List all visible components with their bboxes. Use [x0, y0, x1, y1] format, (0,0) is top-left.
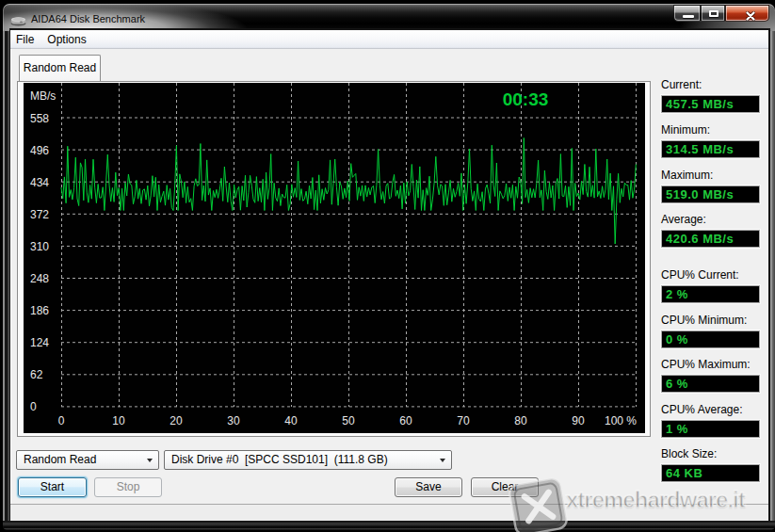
svg-text:MB/s: MB/s	[30, 89, 56, 103]
svg-text:186: 186	[30, 304, 49, 317]
svg-text:496: 496	[30, 144, 49, 157]
svg-text:0: 0	[30, 400, 37, 413]
svg-text:62: 62	[30, 368, 43, 381]
svg-text:80: 80	[514, 414, 527, 427]
svg-text:50: 50	[342, 414, 355, 427]
svg-text:40: 40	[284, 414, 298, 427]
svg-text:310: 310	[30, 240, 49, 253]
svg-text:372: 372	[30, 208, 49, 221]
svg-text:30: 30	[227, 414, 240, 427]
svg-text:434: 434	[30, 176, 49, 189]
svg-text:00:33: 00:33	[503, 89, 549, 109]
svg-text:0: 0	[58, 414, 65, 427]
svg-text:248: 248	[30, 272, 49, 285]
svg-text:60: 60	[399, 414, 412, 427]
svg-text:100 %: 100 %	[605, 414, 637, 427]
svg-text:10: 10	[112, 414, 125, 427]
svg-text:20: 20	[170, 414, 183, 427]
svg-text:558: 558	[30, 112, 49, 125]
svg-text:124: 124	[30, 336, 49, 349]
svg-text:70: 70	[457, 414, 470, 427]
svg-text:90: 90	[572, 414, 585, 427]
